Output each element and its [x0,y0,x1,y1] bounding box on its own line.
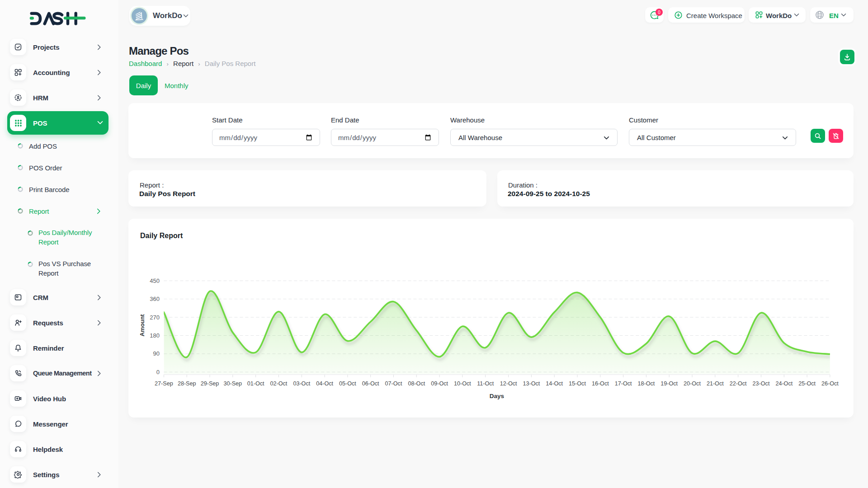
svg-text:24-Oct: 24-Oct [775,380,793,387]
svg-text:16-Oct: 16-Oct [592,380,609,387]
svg-text:20-Oct: 20-Oct [684,380,701,387]
svg-text:25-Oct: 25-Oct [798,380,816,387]
svg-text:11-Oct: 11-Oct [477,380,494,387]
svg-text:27-Sep: 27-Sep [155,380,173,387]
svg-text:14-Oct: 14-Oct [546,380,563,387]
svg-text:02-Oct: 02-Oct [270,380,288,387]
svg-text:26-Oct: 26-Oct [821,380,839,387]
svg-text:18-Oct: 18-Oct [638,380,655,387]
svg-text:17-Oct: 17-Oct [615,380,632,387]
svg-text:03-Oct: 03-Oct [293,380,310,387]
svg-text:450: 450 [150,277,160,284]
svg-text:01-Oct: 01-Oct [247,380,264,387]
svg-text:30-Sep: 30-Sep [223,380,242,387]
svg-text:21-Oct: 21-Oct [707,380,724,387]
svg-text:Days: Days [490,393,504,399]
svg-text:12-Oct: 12-Oct [500,380,517,387]
svg-text:0: 0 [156,369,160,375]
svg-text:360: 360 [150,296,160,302]
svg-text:13-Oct: 13-Oct [523,380,540,387]
svg-text:Amount: Amount [139,314,146,337]
svg-text:04-Oct: 04-Oct [316,380,333,387]
svg-text:90: 90 [153,350,160,357]
svg-text:05-Oct: 05-Oct [339,380,356,387]
svg-text:08-Oct: 08-Oct [408,380,425,387]
svg-text:23-Oct: 23-Oct [753,380,770,387]
svg-text:15-Oct: 15-Oct [569,380,586,387]
svg-text:06-Oct: 06-Oct [362,380,379,387]
svg-text:270: 270 [150,314,160,321]
svg-text:10-Oct: 10-Oct [454,380,471,387]
svg-text:07-Oct: 07-Oct [385,380,402,387]
svg-text:19-Oct: 19-Oct [660,380,678,387]
svg-text:180: 180 [150,332,160,339]
svg-text:22-Oct: 22-Oct [730,380,747,387]
svg-text:28-Sep: 28-Sep [178,380,196,387]
svg-text:09-Oct: 09-Oct [431,380,448,387]
svg-text:29-Sep: 29-Sep [201,380,219,387]
